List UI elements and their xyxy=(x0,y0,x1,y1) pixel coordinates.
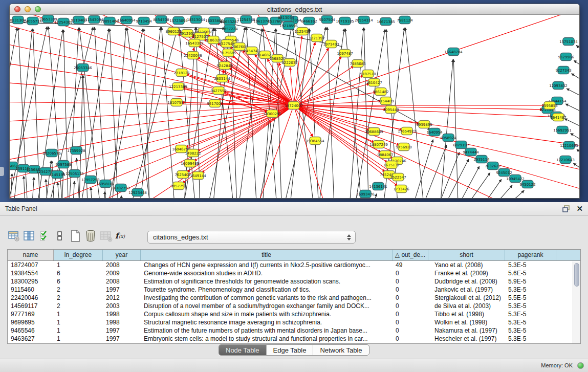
column-header-short[interactable]: short xyxy=(428,250,505,260)
row-height-icon[interactable] xyxy=(52,228,68,244)
cell-short[interactable]: Hescheler et al. (1997) xyxy=(428,335,505,343)
cell-pagerank[interactable]: 5.9E-5 xyxy=(505,277,556,286)
cell-year[interactable]: 1998 xyxy=(103,318,141,326)
cell-out_degree[interactable]: 0 xyxy=(393,310,428,318)
cell-short[interactable]: Yano et al. (2008) xyxy=(428,261,505,269)
cell-short[interactable]: Franke et al. (2009) xyxy=(428,269,505,277)
cell-name[interactable]: 22420046 xyxy=(8,294,54,302)
cell-title[interactable]: Corpus callosum shape and size in male p… xyxy=(141,310,393,318)
cell-in_degree[interactable]: 2 xyxy=(54,286,103,294)
cell-name[interactable]: 9465546 xyxy=(8,326,54,335)
cell-pagerank[interactable]: 5.3E-5 xyxy=(505,335,556,343)
cell-year[interactable]: 2012 xyxy=(103,294,141,302)
cell-name[interactable]: 9699695 xyxy=(8,318,54,326)
new-table-icon[interactable] xyxy=(68,228,83,244)
cell-short[interactable]: Tibbo et al. (1998) xyxy=(428,310,505,318)
cell-out_degree[interactable]: 0 xyxy=(393,318,428,326)
cell-title[interactable]: Structural magnetic resonance image aver… xyxy=(141,318,393,326)
tab-network-table[interactable]: Network Table xyxy=(313,345,368,355)
tab-node-table[interactable]: Node Table xyxy=(219,345,267,355)
delete-table-icon[interactable] xyxy=(83,228,98,244)
cell-year[interactable]: 1997 xyxy=(103,335,141,343)
cell-pagerank[interactable]: 5.6E-5 xyxy=(505,269,556,277)
column-header-name[interactable]: name xyxy=(8,250,54,260)
tab-edge-table[interactable]: Edge Table xyxy=(267,345,314,355)
cell-in_degree[interactable]: 1 xyxy=(54,326,103,335)
function-builder-icon[interactable]: f (x) xyxy=(114,228,129,244)
cell-out_degree[interactable]: 0 xyxy=(393,269,428,277)
table-options-icon[interactable] xyxy=(6,228,21,244)
cell-out_degree[interactable]: 49 xyxy=(393,261,428,269)
column-header-pagerank[interactable]: pagerank xyxy=(505,250,556,260)
table-row[interactable]: 1830029562008Estimation of significance … xyxy=(8,277,580,286)
cell-title[interactable]: Estimation of the future numbers of pati… xyxy=(141,326,393,335)
scrollbar-thumb[interactable] xyxy=(574,263,579,287)
cell-in_degree[interactable]: 1 xyxy=(54,318,103,326)
cell-title[interactable]: Changes of HCN gene expression and I(f) … xyxy=(141,261,393,269)
cell-name[interactable]: 9463627 xyxy=(8,335,54,343)
cell-name[interactable]: 14569117 xyxy=(8,302,54,310)
select-all-columns-icon[interactable] xyxy=(37,228,52,244)
cell-year[interactable]: 1998 xyxy=(103,310,141,318)
collapsed-panel-handle[interactable] xyxy=(0,167,4,176)
cell-pagerank[interactable]: 5.3E-5 xyxy=(505,318,556,326)
cell-in_degree[interactable]: 1 xyxy=(54,261,103,269)
cell-pagerank[interactable]: 5.3E-5 xyxy=(505,310,556,318)
cell-out_degree[interactable]: 0 xyxy=(393,302,428,310)
table-row[interactable]: 1872400712008Changes of HCN gene express… xyxy=(8,261,580,269)
cell-out_degree[interactable]: 0 xyxy=(393,326,428,335)
cell-pagerank[interactable]: 5.5E-5 xyxy=(505,294,556,302)
network-window-titlebar[interactable]: citations_edges.txt xyxy=(10,4,579,15)
column-header-out_degree[interactable]: △ out_de... xyxy=(393,250,428,260)
cell-out_degree[interactable]: 0 xyxy=(393,335,428,343)
table-row[interactable]: 911546021997Tourette syndrome. Phenomeno… xyxy=(8,286,580,294)
cell-title[interactable]: Disruption of a novel member of a sodium… xyxy=(141,302,393,310)
close-panel-icon[interactable]: ✕ xyxy=(576,205,583,213)
cell-in_degree[interactable]: 6 xyxy=(54,277,103,286)
cell-title[interactable]: Investigating the contribution of common… xyxy=(141,294,393,302)
cell-short[interactable]: Stergiakouli et al. (2012) xyxy=(428,294,505,302)
cell-in_degree[interactable]: 2 xyxy=(54,302,103,310)
table-vertical-scrollbar[interactable] xyxy=(573,261,580,343)
table-row[interactable]: 1938455462009Genome-wide association stu… xyxy=(8,269,580,277)
table-row[interactable]: 977716911998Corpus callosum shape and si… xyxy=(8,310,580,318)
cell-name[interactable]: 18300295 xyxy=(8,277,54,286)
table-row[interactable]: 946362711997Embryonic stem cells: a mode… xyxy=(8,335,580,343)
cell-year[interactable]: 2008 xyxy=(103,277,141,286)
cell-name[interactable]: 9115460 xyxy=(8,286,54,294)
cell-short[interactable]: Jankovic et al. (1997) xyxy=(428,286,505,294)
minimize-window-button[interactable] xyxy=(25,6,31,12)
cell-title[interactable]: Estimation of significance thresholds fo… xyxy=(141,277,393,286)
cell-out_degree[interactable]: 0 xyxy=(393,294,428,302)
cell-pagerank[interactable]: 5.3E-5 xyxy=(505,326,556,335)
column-header-year[interactable]: year xyxy=(103,250,141,260)
cell-title[interactable]: Genome-wide association studies in ADHD. xyxy=(141,269,393,277)
cell-short[interactable]: Dudbridge et al. (2008) xyxy=(428,277,505,286)
cell-year[interactable]: 1997 xyxy=(103,326,141,335)
column-header-in_degree[interactable]: in_degree xyxy=(54,250,103,260)
cell-short[interactable]: de Silva et al. (2003) xyxy=(428,302,505,310)
cell-pagerank[interactable]: 5.3E-5 xyxy=(505,286,556,294)
network-view-window[interactable]: citations_edges.txt 81313042405571410653… xyxy=(9,4,580,199)
column-header-title[interactable]: title xyxy=(141,250,393,260)
cell-in_degree[interactable]: 1 xyxy=(54,310,103,318)
cell-year[interactable]: 1997 xyxy=(103,286,141,294)
table-row[interactable]: 969969511998Structural magnetic resonanc… xyxy=(8,318,580,326)
cell-in_degree[interactable]: 1 xyxy=(54,335,103,343)
cell-out_degree[interactable]: 0 xyxy=(393,286,428,294)
float-panel-icon[interactable] xyxy=(562,205,570,212)
cell-name[interactable]: 18724007 xyxy=(8,261,54,269)
cell-year[interactable]: 2009 xyxy=(103,269,141,277)
cell-name[interactable]: 9777169 xyxy=(8,310,54,318)
cell-title[interactable]: Embryonic stem cells: a model to study s… xyxy=(141,335,393,343)
table-selector-dropdown[interactable]: citations_edges.txt xyxy=(147,231,356,244)
cell-pagerank[interactable]: 5.3E-5 xyxy=(505,302,556,310)
column-select-icon[interactable] xyxy=(21,228,37,244)
cell-title[interactable]: Tourette syndrome. Phenomenology and cla… xyxy=(141,286,393,294)
cell-name[interactable]: 19384554 xyxy=(8,269,54,277)
cell-year[interactable]: 2008 xyxy=(103,261,141,269)
cell-in_degree[interactable]: 6 xyxy=(54,269,103,277)
cell-pagerank[interactable]: 5.3E-5 xyxy=(505,261,556,269)
cell-short[interactable]: Wolkin et al. (1998) xyxy=(428,318,505,326)
cell-year[interactable]: 2003 xyxy=(103,302,141,310)
